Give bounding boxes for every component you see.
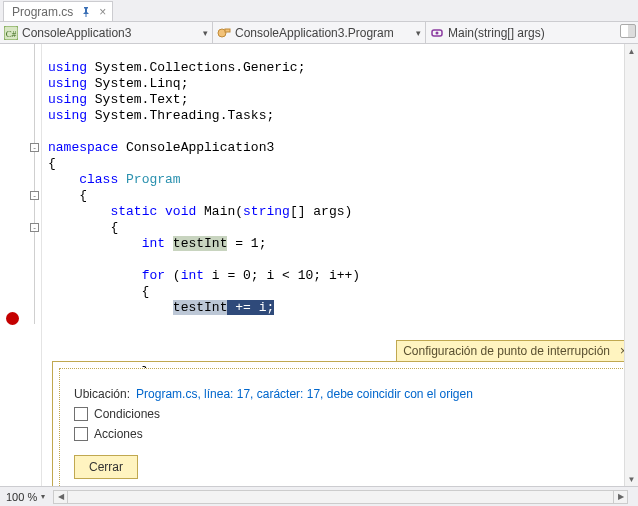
status-bar: 100 % ▾ ◀ ▶ (0, 486, 638, 506)
code-line: int testInt = 1; (48, 236, 266, 251)
code-line: { (48, 220, 118, 235)
class-icon (217, 26, 231, 40)
scroll-up-icon[interactable]: ▲ (625, 44, 638, 58)
method-dropdown[interactable]: Main(string[] args) ▾ (426, 22, 638, 43)
code-line: using System.Threading.Tasks; (48, 108, 274, 123)
csharp-icon: C# (4, 26, 18, 40)
popup-titlebar: Configuración de punto de interrupción × (396, 340, 634, 361)
scroll-down-icon[interactable]: ▼ (625, 472, 638, 486)
code-line: { (48, 156, 56, 171)
outline-gutter[interactable]: - - - (28, 44, 42, 486)
code-line: using System.Collections.Generic; (48, 60, 305, 75)
svg-rect-0 (86, 14, 87, 17)
chevron-down-icon: ▾ (203, 28, 208, 38)
chevron-down-icon[interactable]: ▾ (41, 492, 45, 501)
location-row: Ubicación: Program.cs, línea: 17, caráct… (74, 387, 612, 401)
tab-title: Program.cs (12, 5, 73, 19)
code-line: class Program (48, 172, 181, 187)
breakpoint-line: testInt += i; (48, 300, 274, 315)
class-dropdown[interactable]: ConsoleApplication3.Program ▾ (213, 22, 426, 43)
breakpoint-icon[interactable] (6, 312, 19, 325)
popup-title: Configuración de punto de interrupción (403, 344, 610, 358)
code-line: using System.Text; (48, 92, 188, 107)
actions-label: Acciones (94, 427, 143, 441)
zoom-level[interactable]: 100 % (6, 491, 37, 503)
scroll-left-icon[interactable]: ◀ (54, 491, 68, 503)
svg-rect-4 (225, 29, 230, 32)
code-editor[interactable]: - - - using System.Collections.Generic; … (0, 44, 638, 486)
horizontal-scrollbar[interactable]: ◀ ▶ (53, 490, 628, 504)
location-label: Ubicación: (74, 387, 130, 401)
pin-icon[interactable] (79, 5, 93, 19)
fold-toggle[interactable]: - (30, 223, 39, 232)
breakpoint-settings-popup: Configuración de punto de interrupción ×… (52, 361, 634, 501)
location-link[interactable]: Program.cs, línea: 17, carácter: 17, deb… (136, 387, 473, 401)
conditions-label: Condiciones (94, 407, 160, 421)
file-tab[interactable]: Program.cs × (3, 1, 113, 21)
project-label: ConsoleApplication3 (22, 26, 199, 40)
vertical-scrollbar[interactable]: ▲ ▼ (624, 44, 638, 486)
conditions-checkbox[interactable] (74, 407, 88, 421)
navigation-bar: C# ConsoleApplication3 ▾ ConsoleApplicat… (0, 22, 638, 44)
code-line: static void Main(string[] args) (48, 204, 352, 219)
method-icon (430, 26, 444, 40)
fold-toggle[interactable]: - (30, 143, 39, 152)
svg-text:C#: C# (6, 29, 17, 39)
code-line: { (48, 284, 149, 299)
code-line: using System.Linq; (48, 76, 188, 91)
code-line: { (48, 188, 87, 203)
project-dropdown[interactable]: C# ConsoleApplication3 ▾ (0, 22, 213, 43)
actions-checkbox[interactable] (74, 427, 88, 441)
method-label: Main(string[] args) (448, 26, 625, 40)
close-button[interactable]: Cerrar (74, 455, 138, 479)
fold-toggle[interactable]: - (30, 191, 39, 200)
class-label: ConsoleApplication3.Program (235, 26, 412, 40)
tab-bar: Program.cs × (0, 0, 638, 22)
close-icon[interactable]: × (99, 6, 106, 18)
split-editor-icon[interactable] (620, 24, 636, 38)
svg-point-6 (436, 31, 439, 34)
code-line: namespace ConsoleApplication3 (48, 140, 274, 155)
breakpoint-gutter[interactable] (0, 44, 28, 486)
code-line: for (int i = 0; i < 10; i++) (48, 268, 360, 283)
scroll-right-icon[interactable]: ▶ (613, 491, 627, 503)
chevron-down-icon: ▾ (416, 28, 421, 38)
